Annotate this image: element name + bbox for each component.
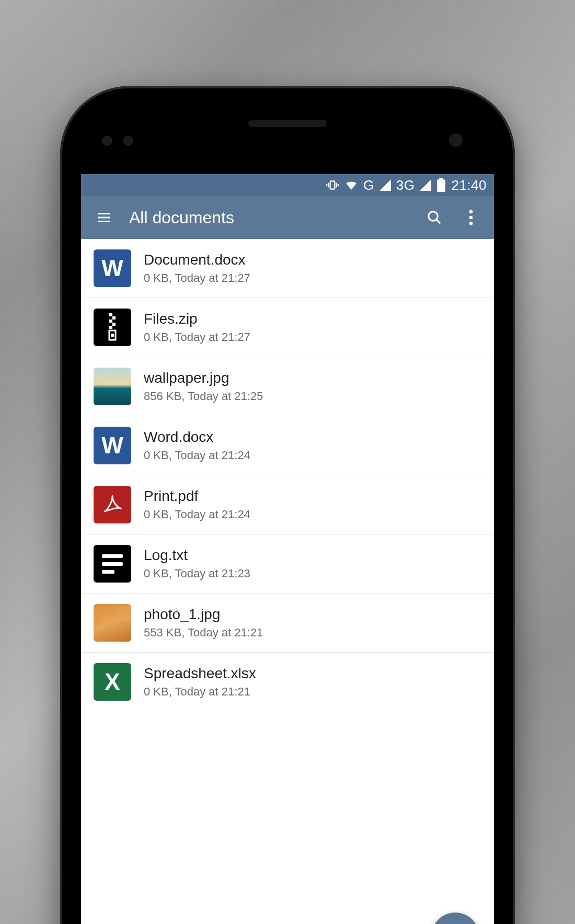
svg-point-14 xyxy=(469,222,473,225)
svg-rect-0 xyxy=(330,181,335,189)
app-bar: All documents xyxy=(81,196,494,239)
image-thumbnail-icon xyxy=(94,604,131,642)
file-name: Word.docx xyxy=(144,429,250,446)
file-details: 0 KB, Today at 21:27 xyxy=(144,271,250,285)
svg-point-12 xyxy=(469,210,473,214)
svg-rect-6 xyxy=(440,178,444,180)
text-file-icon xyxy=(94,545,131,583)
svg-point-13 xyxy=(469,216,473,220)
file-details: 0 KB, Today at 21:24 xyxy=(144,449,250,462)
vibrate-icon xyxy=(326,178,339,192)
svg-point-10 xyxy=(429,212,438,221)
list-item[interactable]: wallpaper.jpg 856 KB, Today at 21:25 xyxy=(81,357,494,416)
status-bar: G 3G 21:40 xyxy=(81,174,494,196)
pdf-icon xyxy=(94,486,131,523)
list-item[interactable]: photo_1.jpg 553 KB, Today at 21:21 xyxy=(81,594,494,653)
svg-rect-5 xyxy=(438,180,446,192)
overflow-menu-icon[interactable] xyxy=(459,206,482,229)
file-name: Files.zip xyxy=(144,311,250,327)
file-name: photo_1.jpg xyxy=(144,606,263,623)
signal-icon-2 xyxy=(420,179,431,191)
file-details: 0 KB, Today at 21:27 xyxy=(144,330,250,344)
phone-frame: G 3G 21:40 All documents W xyxy=(60,86,515,924)
file-details: 856 KB, Today at 21:25 xyxy=(144,390,263,403)
svg-rect-15 xyxy=(109,313,112,316)
list-item[interactable]: Files.zip 0 KB, Today at 21:27 xyxy=(81,298,494,357)
svg-rect-21 xyxy=(111,334,114,337)
file-details: 0 KB, Today at 21:23 xyxy=(144,567,250,580)
image-thumbnail-icon xyxy=(94,368,131,405)
file-name: Document.docx xyxy=(144,252,250,268)
network-3g-label: 3G xyxy=(396,177,415,193)
wifi-icon xyxy=(344,178,358,192)
svg-line-11 xyxy=(436,220,441,224)
list-item[interactable]: Log.txt 0 KB, Today at 21:23 xyxy=(81,534,494,594)
file-details: 553 KB, Today at 21:21 xyxy=(144,626,263,640)
word-icon: W xyxy=(94,249,131,287)
list-item[interactable]: X Spreadsheet.xlsx 0 KB, Today at 21:21 xyxy=(81,653,494,711)
hamburger-icon[interactable] xyxy=(93,206,116,229)
svg-rect-16 xyxy=(112,316,116,320)
file-details: 0 KB, Today at 21:21 xyxy=(144,685,256,699)
word-icon: W xyxy=(94,427,131,464)
file-details: 0 KB, Today at 21:24 xyxy=(144,508,250,521)
search-icon[interactable] xyxy=(423,206,446,229)
file-name: wallpaper.jpg xyxy=(144,370,263,386)
screen: G 3G 21:40 All documents W xyxy=(81,174,494,924)
svg-rect-19 xyxy=(109,326,112,329)
clock-label: 21:40 xyxy=(451,177,487,193)
fab-add-button[interactable]: + xyxy=(431,912,479,924)
list-item[interactable]: Print.pdf 0 KB, Today at 21:24 xyxy=(81,475,494,534)
signal-icon xyxy=(380,179,391,191)
svg-rect-17 xyxy=(109,320,112,323)
list-item[interactable]: W Word.docx 0 KB, Today at 21:24 xyxy=(81,416,494,475)
network-g-label: G xyxy=(363,177,374,193)
file-name: Log.txt xyxy=(144,547,250,564)
file-name: Print.pdf xyxy=(144,488,250,505)
zip-icon xyxy=(94,309,131,346)
excel-icon: X xyxy=(94,663,131,701)
file-list: W Document.docx 0 KB, Today at 21:27 Fil… xyxy=(81,239,494,924)
list-item[interactable]: W Document.docx 0 KB, Today at 21:27 xyxy=(81,239,494,298)
svg-rect-18 xyxy=(112,323,116,326)
file-name: Spreadsheet.xlsx xyxy=(144,665,256,682)
page-title: All documents xyxy=(129,208,409,227)
battery-icon xyxy=(436,178,446,192)
plus-icon: + xyxy=(448,922,463,925)
